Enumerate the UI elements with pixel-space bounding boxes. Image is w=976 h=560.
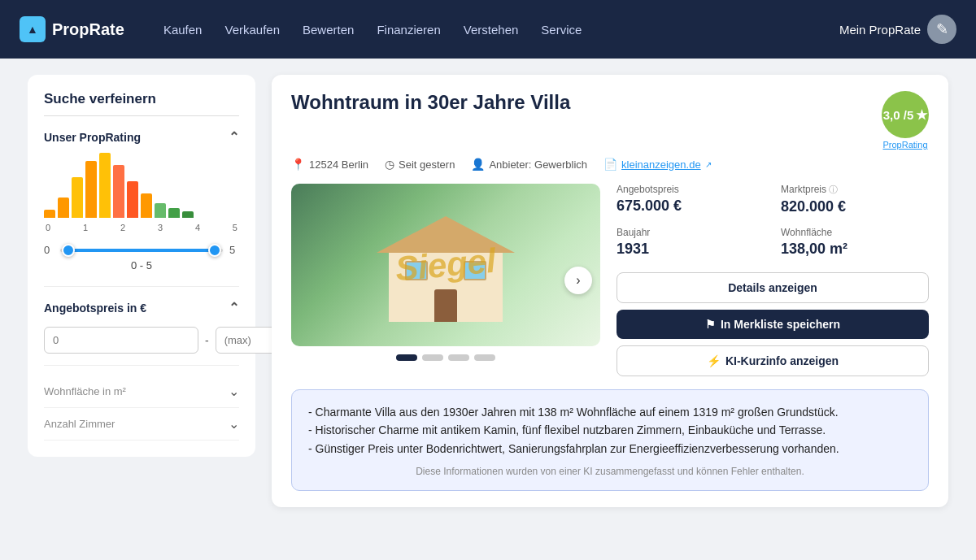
price-filter-label: Angebotspreis in €	[44, 302, 146, 315]
meta-since: ◷ Seit gestern	[385, 158, 455, 171]
angebotspreis-value: 675.000 €	[617, 198, 765, 215]
dot-1[interactable]	[396, 354, 417, 361]
hist-label-5: 5	[233, 223, 237, 232]
house-door	[434, 289, 457, 322]
range-thumb-left[interactable]	[62, 244, 75, 257]
range-max-label: 5	[229, 244, 239, 256]
angebotspreis-label: Angebotspreis	[617, 184, 765, 195]
logo-text: PropRate	[52, 20, 124, 39]
bar-7	[141, 193, 152, 218]
wohnflaeche-item: Wohnfläche 138,00 m²	[781, 227, 929, 258]
bar-8	[155, 203, 166, 218]
marktpreis-value: 820.000 €	[781, 198, 929, 215]
dot-2[interactable]	[422, 354, 443, 361]
sidebar-title: Suche verfeinern	[44, 91, 239, 107]
hist-label-2: 2	[120, 223, 125, 232]
price-min-input[interactable]	[44, 327, 198, 354]
dot-4[interactable]	[474, 354, 495, 361]
price-grid: Angebotspreis 675.000 € Marktpreis ⓘ 820…	[617, 184, 929, 258]
house-body	[389, 249, 503, 322]
bar-6	[127, 181, 138, 218]
anzahl-zimmer-filter-row: Anzahl Zimmer ⌄	[44, 408, 239, 441]
wohnflaeche-chevron-icon[interactable]: ⌄	[229, 384, 239, 399]
mein-proprate-button[interactable]: Mein PropRate ✎	[839, 15, 956, 44]
house-illustration	[389, 249, 503, 322]
logo[interactable]: ▲ PropRate	[20, 16, 124, 42]
anzahl-zimmer-chevron-icon[interactable]: ⌄	[229, 416, 239, 432]
action-buttons: Details anzeigen ⚑ In Merkliste speicher…	[617, 272, 929, 376]
merkliste-button[interactable]: ⚑ In Merkliste speichern	[617, 310, 929, 339]
description-box: - Charmante Villa aus den 1930er Jahren …	[291, 389, 929, 491]
nav-service[interactable]: Service	[541, 23, 582, 37]
desc-line-2: - Historischer Charme mit antikem Kamin,…	[308, 421, 912, 439]
hist-label-4: 4	[195, 223, 200, 232]
nav-links: Kaufen Verkaufen Bewerten Finanzieren Ve…	[163, 23, 813, 37]
dot-3[interactable]	[448, 354, 469, 361]
range-slider-row: 0 5	[44, 244, 239, 256]
rating-circle: 3,0 /5 ★	[882, 91, 929, 138]
disclaimer-text: Diese Informationen wurden von einer KI …	[308, 466, 912, 477]
range-track[interactable]	[60, 249, 223, 252]
baujahr-item: Baujahr 1931	[617, 227, 765, 258]
range-min-label: 0	[44, 244, 54, 256]
lightning-icon: ⚡	[707, 354, 721, 367]
price-chevron-icon[interactable]: ⌃	[229, 300, 239, 315]
merkliste-label: In Merkliste speichern	[721, 318, 840, 331]
desc-line-1: - Charmante Villa aus den 1930er Jahren …	[308, 403, 912, 421]
angebotspreis-item: Angebotspreis 675.000 €	[617, 184, 765, 215]
source-link[interactable]: kleinanzeigen.de	[621, 158, 701, 171]
bar-1	[58, 198, 69, 218]
listing-image: Siegel	[291, 184, 600, 346]
range-value-label: 0 - 5	[44, 259, 239, 271]
content-area: Wohntraum in 30er Jahre Villa 3,0 /5 ★ P…	[272, 75, 948, 507]
proprating-chevron-icon[interactable]: ⌃	[229, 129, 239, 145]
hist-label-0: 0	[46, 223, 50, 232]
bar-2	[72, 177, 83, 218]
baujahr-value: 1931	[617, 241, 765, 258]
listing-body: Siegel › Angebotspreis 67	[291, 184, 929, 376]
clock-icon: ◷	[385, 158, 394, 171]
bar-3	[85, 161, 97, 218]
description-text: - Charmante Villa aus den 1930er Jahren …	[308, 403, 912, 458]
ki-kurzinfo-label: KI-Kurzinfo anzeigen	[725, 354, 839, 367]
nav-verkaufen[interactable]: Verkaufen	[224, 23, 280, 37]
marktpreis-item: Marktpreis ⓘ 820.000 €	[781, 184, 929, 215]
provider-icon: 👤	[471, 158, 485, 171]
image-dots	[291, 354, 600, 361]
nav-kaufen[interactable]: Kaufen	[163, 23, 203, 37]
details-button[interactable]: Details anzeigen	[617, 272, 929, 303]
external-link-icon: ↗	[705, 160, 712, 169]
sidebar-divider	[44, 115, 239, 116]
meta-row: 📍 12524 Berlin ◷ Seit gestern 👤 Anbieter…	[291, 158, 929, 171]
proprating-filter-label: Unser PropRating	[44, 131, 141, 144]
price-filter-section: Angebotspreis in € ⌃ -	[44, 286, 239, 354]
hist-label-1: 1	[83, 223, 88, 232]
bar-4	[99, 153, 111, 218]
proprating-label[interactable]: PropRating	[882, 140, 927, 150]
info-icon: ⓘ	[829, 184, 838, 194]
wohnflaeche-filter-section: Wohnfläche in m² ⌄ Anzahl Zimmer ⌄	[44, 365, 239, 441]
ki-kurzinfo-button[interactable]: ⚡ KI-Kurzinfo anzeigen	[617, 345, 929, 376]
image-area: Siegel ›	[291, 184, 600, 376]
histogram-bars	[44, 156, 239, 221]
baujahr-label: Baujahr	[617, 227, 765, 238]
sidebar: Suche verfeinern Unser PropRating ⌃	[28, 75, 255, 457]
price-filter-title: Angebotspreis in € ⌃	[44, 300, 239, 315]
range-fill	[68, 249, 215, 252]
listing-header: Wohntraum in 30er Jahre Villa 3,0 /5 ★ P…	[291, 91, 929, 150]
proprating-filter-title: Unser PropRating ⌃	[44, 129, 239, 145]
proprating-badge: 3,0 /5 ★ PropRating	[882, 91, 929, 150]
main-layout: Suche verfeinern Unser PropRating ⌃	[8, 59, 968, 523]
histogram-labels: 0 1 2 3 4 5	[44, 223, 239, 232]
price-dash: -	[205, 334, 209, 347]
range-thumb-right[interactable]	[208, 244, 221, 257]
nav-verstehen[interactable]: Verstehen	[464, 23, 519, 37]
wohnflaeche-value: 138,00 m²	[781, 241, 929, 258]
meta-since-text: Seit gestern	[399, 158, 455, 171]
nav-bewerten[interactable]: Bewerten	[303, 23, 354, 37]
nav-finanzieren[interactable]: Finanzieren	[377, 23, 440, 37]
source-icon: 📄	[603, 158, 617, 171]
image-next-button[interactable]: ›	[564, 267, 592, 294]
hist-label-3: 3	[158, 223, 163, 232]
anzahl-zimmer-label: Anzahl Zimmer	[44, 418, 115, 430]
